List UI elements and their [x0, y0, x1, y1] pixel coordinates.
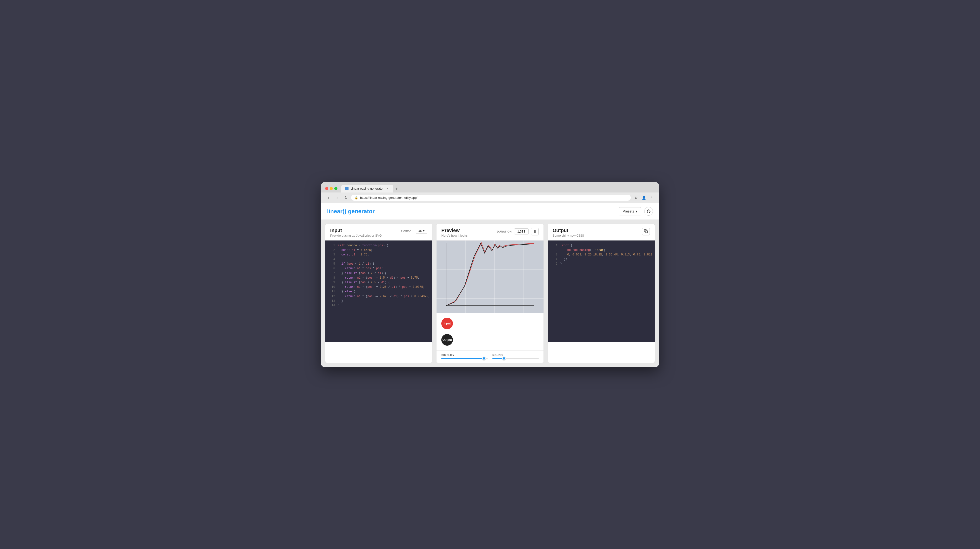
- github-icon: [646, 209, 651, 214]
- close-button[interactable]: [325, 187, 328, 190]
- browser-tabs: Linear easing generator ✕ +: [341, 185, 655, 193]
- back-button[interactable]: ‹: [325, 195, 332, 201]
- presets-button[interactable]: Presets ▾: [619, 207, 641, 215]
- browser-window: Linear easing generator ✕ + ‹ › ↻ 🔒 http…: [321, 182, 659, 367]
- duration-label: DURATION: [497, 230, 511, 233]
- easing-chart: [436, 241, 543, 313]
- simplify-slider-group: SIMPLIFY: [441, 354, 488, 359]
- app-header: linear() generator Presets ▾: [321, 203, 659, 220]
- simplify-label: SIMPLIFY: [441, 354, 488, 356]
- code-line-9: 9 } else if (pos < 2.5 / d1) {: [325, 280, 432, 285]
- code-line-1: 1 self.bounce = function(pos) {: [325, 243, 432, 248]
- simplify-slider-track[interactable]: [441, 358, 488, 359]
- preview-panel-subtitle: Here's how it looks:: [441, 234, 468, 237]
- reload-button[interactable]: ↻: [342, 195, 349, 201]
- code-line-10: 10 return n1 * (pos -= 2.25 / d1) * pos …: [325, 285, 432, 289]
- input-ball: Input: [441, 318, 453, 329]
- extensions-button[interactable]: ⚙: [633, 195, 640, 201]
- output-code: 1 :root { 2 --bounce-easing: linear( 3 0…: [548, 241, 655, 342]
- profile-button[interactable]: 👤: [640, 195, 647, 201]
- github-button[interactable]: [644, 207, 653, 215]
- input-panel-header-right: FORMAT JS ▾: [401, 228, 427, 234]
- output-panel: Output Some shiny new CSS!: [547, 223, 655, 363]
- format-value: JS: [418, 229, 422, 233]
- code-line-13: 13 }: [325, 299, 432, 303]
- output-panel-subtitle: Some shiny new CSS!: [553, 234, 584, 237]
- tab-close-button[interactable]: ✕: [385, 187, 389, 191]
- format-label: FORMAT: [401, 229, 413, 232]
- code-editor[interactable]: 1 self.bounce = function(pos) { 2 const …: [325, 241, 432, 342]
- code-line-11: 11 } else {: [325, 289, 432, 294]
- output-panel-header: Output Some shiny new CSS!: [548, 224, 655, 241]
- chevron-down-icon: ▾: [636, 209, 637, 213]
- preview-panel-header: Preview Here's how it looks: DURATION ⏸: [436, 224, 543, 241]
- output-ball-row: Output: [441, 334, 538, 346]
- duration-input[interactable]: [514, 228, 528, 235]
- simplify-slider-fill: [441, 358, 484, 359]
- app-content: linear() generator Presets ▾ Inp: [321, 203, 659, 367]
- input-panel: Input Provide easing as JavaScript or SV…: [325, 223, 433, 363]
- round-slider-thumb[interactable]: [502, 357, 506, 360]
- input-panel-title: Input: [330, 228, 382, 233]
- traffic-lights: [325, 187, 337, 190]
- menu-button[interactable]: ⋮: [648, 195, 655, 201]
- preview-panel: Preview Here's how it looks: DURATION ⏸: [436, 223, 544, 363]
- browser-titlebar: Linear easing generator ✕ +: [321, 182, 659, 193]
- maximize-button[interactable]: [334, 187, 337, 190]
- format-select[interactable]: JS ▾: [416, 228, 427, 234]
- input-panel-title-group: Input Provide easing as JavaScript or SV…: [330, 228, 382, 237]
- main-panels: Input Provide easing as JavaScript or SV…: [321, 220, 659, 367]
- simplify-slider-thumb[interactable]: [482, 357, 486, 360]
- preview-panel-title: Preview: [441, 228, 468, 233]
- output-line-5: 5 }: [548, 262, 655, 266]
- code-line-5: 5 if (pos < 1 / d1) {: [325, 262, 432, 266]
- code-line-12: 12 return n1 * (pos -= 2.625 / d1) * pos…: [325, 294, 432, 299]
- code-line-8: 8 return n1 * (pos -= 1.5 / d1) * pos + …: [325, 276, 432, 280]
- output-line-2: 2 --bounce-easing: linear(: [548, 248, 655, 252]
- play-pause-button[interactable]: ⏸: [531, 228, 539, 235]
- browser-chrome: Linear easing generator ✕ + ‹ › ↻ 🔒 http…: [321, 182, 659, 203]
- code-line-4: 4: [325, 257, 432, 262]
- output-line-1: 1 :root {: [548, 243, 655, 248]
- round-slider-group: ROUND: [492, 354, 539, 359]
- browser-tab[interactable]: Linear easing generator ✕: [341, 185, 393, 193]
- svg-rect-2: [646, 231, 648, 233]
- duration-control: DURATION ⏸: [497, 228, 538, 235]
- chart-svg: [436, 241, 543, 313]
- address-bar[interactable]: 🔒 https://linear-easing-generator.netlif…: [351, 195, 631, 201]
- pause-icon: ⏸: [533, 230, 537, 234]
- browser-actions: ⚙ 👤 ⋮: [633, 195, 655, 201]
- output-line-3: 3 0, 0.063, 0.25 18.2%, 1 36.4%, 0.813, …: [548, 252, 655, 257]
- tab-favicon-icon: [345, 187, 348, 190]
- browser-toolbar: ‹ › ↻ 🔒 https://linear-easing-generator.…: [321, 193, 659, 203]
- animation-demo: Input Output: [436, 313, 543, 351]
- header-actions: Presets ▾: [619, 207, 653, 215]
- output-line-4: 4 );: [548, 257, 655, 262]
- lock-icon: 🔒: [355, 196, 358, 199]
- format-chevron-icon: ▾: [423, 229, 425, 233]
- input-panel-subtitle: Provide easing as JavaScript or SVG: [330, 234, 382, 237]
- output-ball-label: Output: [442, 338, 452, 342]
- tab-label: Linear easing generator: [350, 187, 383, 190]
- new-tab-button[interactable]: +: [393, 186, 400, 193]
- code-line-2: 2 const n1 = 7.5625;: [325, 248, 432, 252]
- code-line-7: 7 } else if (pos < 2 / d1) {: [325, 271, 432, 276]
- input-ball-row: Input: [441, 318, 538, 329]
- input-ball-label: Input: [444, 322, 451, 325]
- code-line-3: 3 const d1 = 2.75;: [325, 252, 432, 257]
- app-logo: linear() generator: [327, 208, 375, 215]
- round-slider-track[interactable]: [492, 358, 539, 359]
- round-label: ROUND: [492, 354, 539, 356]
- forward-button[interactable]: ›: [334, 195, 340, 201]
- minimize-button[interactable]: [330, 187, 333, 190]
- output-ball: Output: [441, 334, 453, 346]
- sliders-section: SIMPLIFY ROUND: [436, 351, 543, 363]
- output-panel-title-group: Output Some shiny new CSS!: [553, 228, 584, 237]
- copy-button[interactable]: [642, 228, 650, 235]
- preview-panel-title-group: Preview Here's how it looks:: [441, 228, 468, 237]
- code-line-14: 14 }: [325, 303, 432, 308]
- url-text: https://linear-easing-generator.netlify.…: [360, 196, 417, 199]
- copy-icon: [644, 229, 648, 234]
- input-panel-header: Input Provide easing as JavaScript or SV…: [325, 224, 432, 241]
- code-line-6: 6 return n1 * pos * pos;: [325, 266, 432, 271]
